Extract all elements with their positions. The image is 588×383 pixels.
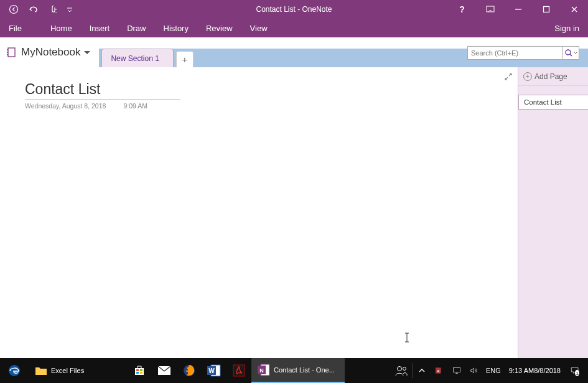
minimize-icon[interactable] xyxy=(504,0,532,19)
access-icon: A xyxy=(436,365,443,376)
taskbar-people[interactable] xyxy=(390,358,413,383)
tab-home[interactable]: Home xyxy=(42,19,81,37)
firefox-icon xyxy=(182,363,197,378)
language-label: ENG xyxy=(486,367,501,374)
folder-icon xyxy=(35,366,47,376)
clock-time: 9:13 AM xyxy=(509,366,534,375)
svg-rect-3 xyxy=(8,48,15,57)
store-icon xyxy=(132,363,147,378)
display-icon xyxy=(453,366,460,376)
chevron-down-icon xyxy=(84,51,90,54)
section-bar: MyNotebook New Section 1 + xyxy=(0,37,588,67)
maximize-icon[interactable] xyxy=(532,0,560,19)
file-tab[interactable]: File xyxy=(0,19,30,37)
chevron-up-icon xyxy=(418,367,426,374)
chevron-down-icon xyxy=(573,49,578,57)
taskbar-firefox[interactable] xyxy=(177,358,202,383)
mail-icon xyxy=(157,363,172,378)
section-tab[interactable]: New Section 1 xyxy=(101,49,173,67)
acrobat-icon xyxy=(231,363,246,378)
tray-language[interactable]: ENG xyxy=(483,358,504,383)
search-button[interactable] xyxy=(562,46,579,60)
taskbar-folder[interactable]: Excel Files xyxy=(29,358,122,383)
expand-icon[interactable] xyxy=(504,72,513,83)
add-section-button[interactable]: + xyxy=(176,51,194,67)
ribbon-display-icon[interactable] xyxy=(476,0,504,19)
plus-circle-icon: + xyxy=(523,72,532,81)
section-tab-label: New Section 1 xyxy=(111,54,159,63)
taskbar-onenote-active[interactable]: N Contact List - One... xyxy=(251,358,345,383)
tray-access[interactable]: A xyxy=(431,358,448,383)
taskbar-mail[interactable] xyxy=(152,358,177,383)
taskbar-app-label: Contact List - One... xyxy=(274,366,335,374)
tab-review[interactable]: Review xyxy=(197,19,241,37)
title-bar: Contact List - OneNote ? xyxy=(0,0,588,19)
page-pane: + Add Page Contact List xyxy=(518,67,588,358)
svg-rect-8 xyxy=(140,369,142,371)
page-canvas[interactable]: Wednesday, August 8, 2018 9:09 AM xyxy=(0,67,518,358)
svg-rect-1 xyxy=(487,6,494,12)
touch-mode-icon[interactable] xyxy=(44,0,63,19)
tray-action-center[interactable]: 1 xyxy=(566,358,588,383)
svg-rect-9 xyxy=(136,372,139,374)
notebook-name: MyNotebook xyxy=(21,46,80,59)
svg-rect-24 xyxy=(453,367,460,372)
tray-chevron[interactable] xyxy=(413,358,431,383)
svg-point-21 xyxy=(403,367,406,371)
tray-volume[interactable] xyxy=(465,358,483,383)
page-list-item[interactable]: Contact List xyxy=(518,95,588,110)
taskbar-edge[interactable] xyxy=(0,358,29,383)
help-icon[interactable]: ? xyxy=(448,0,476,19)
taskbar-clock[interactable]: 9:13 AM 8/8/2018 xyxy=(504,358,566,383)
search-box xyxy=(467,46,579,60)
search-input[interactable] xyxy=(468,49,562,57)
svg-text:N: N xyxy=(259,367,264,374)
ribbon: File Home Insert Draw History Review Vie… xyxy=(0,19,588,37)
svg-point-4 xyxy=(566,50,571,55)
notebook-selector[interactable]: MyNotebook xyxy=(0,37,99,67)
qat-customize-icon[interactable] xyxy=(63,0,76,19)
svg-rect-6 xyxy=(135,368,144,375)
page-date: Wednesday, August 8, 2018 xyxy=(25,102,106,110)
search-icon xyxy=(564,49,573,57)
main-area: Wednesday, August 8, 2018 9:09 AM + Add … xyxy=(0,67,588,358)
taskbar-word[interactable]: W xyxy=(202,358,226,383)
svg-rect-2 xyxy=(543,7,549,12)
svg-point-20 xyxy=(397,367,401,371)
close-icon[interactable] xyxy=(560,0,588,19)
back-icon[interactable] xyxy=(4,0,24,19)
sign-in-link[interactable]: Sign in xyxy=(546,24,588,33)
svg-rect-10 xyxy=(140,372,142,374)
taskbar-acrobat[interactable] xyxy=(226,358,251,383)
volume-icon xyxy=(470,366,478,376)
svg-text:A: A xyxy=(437,369,440,373)
tab-draw[interactable]: Draw xyxy=(118,19,154,37)
svg-point-0 xyxy=(10,6,18,14)
text-cursor-icon xyxy=(404,333,405,343)
undo-icon[interactable] xyxy=(24,0,44,19)
taskbar-folder-label: Excel Files xyxy=(51,367,84,374)
word-icon: W xyxy=(207,363,222,378)
page-item-label: Contact List xyxy=(524,98,562,106)
page-time: 9:09 AM xyxy=(123,102,147,110)
page-title-input[interactable] xyxy=(25,81,180,100)
notebook-icon xyxy=(6,47,17,58)
people-icon xyxy=(395,365,408,376)
edge-icon xyxy=(7,364,21,377)
svg-text:W: W xyxy=(208,367,215,374)
add-page-button[interactable]: + Add Page xyxy=(518,67,588,86)
add-page-label: Add Page xyxy=(534,72,567,81)
taskbar-store[interactable] xyxy=(127,358,152,383)
taskbar: Excel Files W N Contact List - One... xyxy=(0,358,588,383)
onenote-icon: N xyxy=(258,364,270,376)
tab-insert[interactable]: Insert xyxy=(81,19,119,37)
tray-display[interactable] xyxy=(448,358,465,383)
tab-history[interactable]: History xyxy=(155,19,197,37)
tab-view[interactable]: View xyxy=(241,19,276,37)
svg-rect-7 xyxy=(136,369,139,371)
clock-date: 8/8/2018 xyxy=(534,366,561,375)
